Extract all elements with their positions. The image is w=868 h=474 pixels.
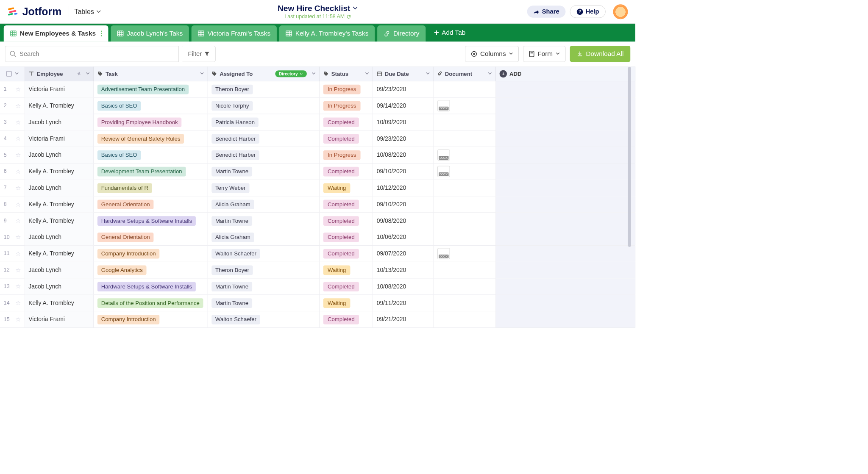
- star-icon[interactable]: ☆: [15, 217, 21, 225]
- cell-due[interactable]: 09/08/2020: [373, 213, 434, 229]
- cell-due[interactable]: 09/14/2020: [373, 98, 434, 114]
- download-button[interactable]: Download All: [570, 46, 630, 62]
- col-document[interactable]: Document: [434, 67, 495, 81]
- chevron-down-icon[interactable]: [365, 72, 369, 75]
- cell-employee[interactable]: Kelly A. Trombley: [25, 196, 94, 212]
- cell-status[interactable]: Waiting: [320, 295, 373, 311]
- table-row[interactable]: 15☆Victoria FramiCompany IntroductionWal…: [0, 311, 635, 328]
- cell-employee[interactable]: Jacob Lynch: [25, 180, 94, 196]
- col-assigned[interactable]: Assigned To Directory: [208, 67, 320, 81]
- cell-document[interactable]: [434, 311, 495, 327]
- table-row[interactable]: 2☆Kelly A. TrombleyBasics of SEONicole T…: [0, 98, 635, 114]
- cell-status[interactable]: Completed: [320, 130, 373, 147]
- docx-icon[interactable]: [437, 166, 450, 177]
- cell-status[interactable]: Completed: [320, 196, 373, 212]
- cell-employee[interactable]: Kelly A. Trombley: [25, 213, 94, 229]
- cell-document[interactable]: [434, 262, 495, 278]
- cell-task[interactable]: Advertisement Team Presentation: [94, 81, 208, 97]
- cell-assigned[interactable]: Alicia Graham: [208, 196, 320, 212]
- checkbox[interactable]: [6, 71, 11, 77]
- cell-task[interactable]: Fundamentals of R: [94, 180, 208, 196]
- col-status[interactable]: Status: [320, 67, 373, 81]
- search-box[interactable]: [5, 46, 179, 62]
- tab-menu-icon[interactable]: [101, 30, 102, 36]
- logo[interactable]: Jotform: [8, 6, 62, 18]
- cell-document[interactable]: [434, 164, 495, 180]
- cell-assigned[interactable]: Patricia Hanson: [208, 114, 320, 130]
- docx-icon[interactable]: [437, 100, 450, 111]
- cell-employee[interactable]: Kelly A. Trombley: [25, 295, 94, 311]
- cell-employee[interactable]: Jacob Lynch: [25, 229, 94, 245]
- cell-assigned[interactable]: Martin Towne: [208, 295, 320, 311]
- cell-status[interactable]: In Progress: [320, 147, 373, 163]
- cell-task[interactable]: Company Introduction: [94, 246, 208, 262]
- cell-due[interactable]: 09/07/2020: [373, 246, 434, 262]
- form-button[interactable]: Form: [523, 46, 565, 62]
- cell-due[interactable]: 10/13/2020: [373, 262, 434, 278]
- cell-assigned[interactable]: Theron Boyer: [208, 81, 320, 97]
- chevron-down-icon[interactable]: [426, 72, 430, 75]
- cell-assigned[interactable]: Benedict Harber: [208, 147, 320, 163]
- col-task[interactable]: Task: [94, 67, 208, 81]
- cell-task[interactable]: Hardware Setups & Software Installs: [94, 213, 208, 229]
- cell-due[interactable]: 10/09/2020: [373, 114, 434, 130]
- cell-assigned[interactable]: Alicia Graham: [208, 229, 320, 245]
- cell-task[interactable]: Company Introduction: [94, 311, 208, 327]
- cell-task[interactable]: Hardware Setups & Software Installs: [94, 278, 208, 294]
- cell-status[interactable]: Completed: [320, 114, 373, 130]
- tab-new-employees-tasks[interactable]: New Employees & Tasks: [4, 25, 108, 42]
- star-icon[interactable]: ☆: [15, 135, 21, 142]
- cell-assigned[interactable]: Nicole Torphy: [208, 98, 320, 114]
- cell-assigned[interactable]: Benedict Harber: [208, 130, 320, 147]
- cell-task[interactable]: Basics of SEO: [94, 147, 208, 163]
- pin-icon[interactable]: [77, 71, 82, 76]
- cell-employee[interactable]: Kelly A. Trombley: [25, 98, 94, 114]
- star-icon[interactable]: ☆: [15, 233, 21, 241]
- cell-employee[interactable]: Victoria Frami: [25, 311, 94, 327]
- chevron-down-icon[interactable]: [86, 72, 90, 75]
- cell-due[interactable]: 09/21/2020: [373, 311, 434, 327]
- table-row[interactable]: 9☆Kelly A. TrombleyHardware Setups & Sof…: [0, 213, 635, 229]
- doc-title[interactable]: New Hire Checklist: [278, 3, 358, 13]
- cell-status[interactable]: Completed: [320, 164, 373, 180]
- cell-document[interactable]: [434, 180, 495, 196]
- star-icon[interactable]: ☆: [15, 266, 21, 274]
- tab-jacob-lynch-s-taks[interactable]: Jacob Lynch's Taks: [111, 25, 189, 42]
- tab-kelly-a-trombley-s-tasks[interactable]: Kelly A. Trombley's Tasks: [279, 25, 375, 42]
- cell-employee[interactable]: Jacob Lynch: [25, 278, 94, 294]
- cell-due[interactable]: 09/23/2020: [373, 81, 434, 97]
- star-icon[interactable]: ☆: [15, 201, 21, 208]
- cell-task[interactable]: Providing Employee Handbook: [94, 114, 208, 130]
- table-row[interactable]: 14☆Kelly A. TrombleyDetails of the Posit…: [0, 295, 635, 311]
- table-row[interactable]: 13☆Jacob LynchHardware Setups & Software…: [0, 278, 635, 295]
- cell-task[interactable]: Review of General Safety Rules: [94, 130, 208, 147]
- cell-document[interactable]: [434, 246, 495, 262]
- tab-directory[interactable]: Directory: [377, 25, 426, 42]
- directory-badge[interactable]: Directory: [275, 70, 307, 77]
- chevron-down-icon[interactable]: [312, 72, 316, 75]
- cell-document[interactable]: [434, 147, 495, 163]
- cell-employee[interactable]: Kelly A. Trombley: [25, 164, 94, 180]
- columns-button[interactable]: Columns: [465, 46, 519, 62]
- cell-status[interactable]: Completed: [320, 246, 373, 262]
- cell-status[interactable]: Completed: [320, 213, 373, 229]
- cell-due[interactable]: 10/06/2020: [373, 229, 434, 245]
- star-icon[interactable]: ☆: [15, 299, 21, 307]
- docx-icon[interactable]: [437, 150, 450, 161]
- chevron-down-icon[interactable]: [200, 72, 204, 75]
- cell-document[interactable]: [434, 130, 495, 147]
- table-row[interactable]: 12☆Jacob LynchGoogle AnalyticsTheron Boy…: [0, 262, 635, 279]
- select-all-header[interactable]: [0, 67, 25, 81]
- cell-status[interactable]: In Progress: [320, 81, 373, 97]
- cell-due[interactable]: 10/08/2020: [373, 147, 434, 163]
- table-row[interactable]: 8☆Kelly A. TrombleyGeneral OrientationAl…: [0, 196, 635, 213]
- cell-task[interactable]: General Orientation: [94, 229, 208, 245]
- table-row[interactable]: 6☆Kelly A. TrombleyDevelopment Team Pres…: [0, 164, 635, 180]
- table-row[interactable]: 3☆Jacob LynchProviding Employee Handbook…: [0, 114, 635, 130]
- col-due[interactable]: Due Date: [373, 67, 434, 81]
- chevron-down-icon[interactable]: [15, 72, 19, 75]
- cell-assigned[interactable]: Martin Towne: [208, 213, 320, 229]
- table-row[interactable]: 4☆Victoria FramiReview of General Safety…: [0, 130, 635, 147]
- table-row[interactable]: 10☆Jacob LynchGeneral OrientationAlicia …: [0, 229, 635, 246]
- share-button[interactable]: Share: [527, 6, 565, 18]
